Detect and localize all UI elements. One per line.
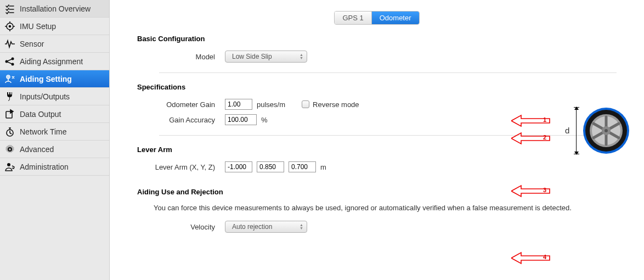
- chevron-updown-icon: ▲▼: [300, 53, 303, 60]
- wheel-diagram: d: [566, 107, 637, 162]
- svg-point-6: [8, 76, 9, 77]
- sidebar-item-label: Network Time: [20, 127, 67, 136]
- tab-odometer[interactable]: Odometer: [371, 12, 419, 24]
- lever-arm-unit: m: [320, 163, 326, 171]
- lever-arm-label: Lever Arm (X, Y, Z): [137, 163, 225, 171]
- gain-accuracy-input[interactable]: [225, 114, 257, 125]
- sidebar-item-label: Aiding Setting: [20, 75, 72, 83]
- reverse-mode-checkbox[interactable]: [302, 100, 309, 108]
- sidebar-item-label: Installation Overview: [20, 4, 91, 13]
- sidebar-item-label: Administration: [20, 163, 69, 171]
- model-select[interactable]: Low Side Slip ▲▼: [225, 51, 307, 63]
- gain-accuracy-label: Gain Accuracy: [137, 116, 225, 124]
- sidebar-item-network-time[interactable]: Network Time: [0, 123, 109, 141]
- velocity-select[interactable]: Auto rejection ▲▼: [225, 221, 307, 233]
- section-lever-title: Lever Arm: [137, 145, 628, 154]
- svg-point-4: [12, 63, 14, 65]
- wave-icon: [4, 38, 15, 49]
- section-aiding-title: Aiding Use and Rejection: [137, 188, 628, 196]
- wheel-icon: [583, 107, 630, 154]
- target-icon: [4, 21, 15, 32]
- svg-point-3: [12, 57, 14, 60]
- velocity-select-value: Auto rejection: [232, 223, 272, 231]
- checklist-icon: [4, 3, 15, 14]
- main-panel: GPS 1 Odometer Basic Configuration Model…: [110, 0, 644, 280]
- sidebar-item-label: Inputs/Outputs: [20, 92, 70, 101]
- aiding-description: You can force this device measurements t…: [154, 204, 628, 212]
- stopwatch-icon: [4, 126, 15, 137]
- model-select-value: Low Side Slip: [232, 53, 272, 60]
- tab-bar: GPS 1 Odometer: [121, 0, 633, 25]
- export-icon: [4, 109, 15, 120]
- section-basic-title: Basic Configuration: [137, 35, 628, 43]
- odometer-gain-unit: pulses/m: [257, 100, 285, 109]
- gain-accuracy-unit: %: [261, 116, 268, 124]
- chevron-updown-icon: ▲▼: [300, 223, 303, 230]
- lever-arm-x-input[interactable]: [225, 161, 252, 172]
- map-pin-icon: [4, 74, 15, 85]
- sidebar-item-label: IMU Setup: [20, 22, 56, 31]
- odometer-gain-label: Odometer Gain: [137, 100, 225, 109]
- tab-gps1[interactable]: GPS 1: [335, 12, 371, 24]
- sidebar-item-advanced[interactable]: Advanced: [0, 141, 109, 158]
- sidebar-item-label: Advanced: [20, 145, 54, 154]
- nodes-icon: [4, 56, 15, 67]
- model-label: Model: [137, 53, 225, 61]
- sidebar-item-installation-overview[interactable]: Installation Overview: [0, 0, 109, 18]
- lever-arm-z-input[interactable]: [289, 161, 316, 172]
- annotation-arrow-4: 4: [511, 251, 551, 265]
- sidebar: Installation Overview IMU Setup Sensor A…: [0, 0, 110, 280]
- sidebar-item-aiding-assignment[interactable]: Aiding Assignment: [0, 53, 109, 70]
- sidebar-item-label: Sensor: [20, 40, 44, 48]
- diameter-label: d: [565, 126, 569, 135]
- user-icon: [4, 161, 15, 172]
- plug-icon: [4, 91, 15, 102]
- sidebar-item-aiding-setting[interactable]: Aiding Setting: [0, 70, 109, 88]
- sidebar-item-data-output[interactable]: Data Output: [0, 105, 109, 123]
- diameter-bracket: [574, 107, 579, 154]
- lever-arm-y-input[interactable]: [257, 161, 284, 172]
- sidebar-item-label: Aiding Assignment: [20, 57, 83, 66]
- odometer-gain-input[interactable]: [225, 99, 252, 110]
- annotation-arrow-3: 3: [511, 184, 551, 198]
- divider: [159, 72, 617, 73]
- annotation-arrow-2: 2: [511, 132, 551, 145]
- sidebar-item-administration[interactable]: Administration: [0, 158, 109, 176]
- section-specs-title: Specifications: [137, 83, 628, 91]
- sidebar-item-imu-setup[interactable]: IMU Setup: [0, 18, 109, 35]
- sidebar-item-label: Data Output: [20, 110, 61, 119]
- sidebar-item-sensor[interactable]: Sensor: [0, 35, 109, 53]
- gear-icon: [4, 144, 15, 155]
- svg-point-21: [605, 129, 608, 132]
- svg-point-1: [9, 25, 11, 27]
- reverse-mode-label: Reverse mode: [313, 100, 359, 109]
- sidebar-item-inputs-outputs[interactable]: Inputs/Outputs: [0, 88, 109, 105]
- annotation-arrow-1: 1: [511, 114, 551, 127]
- svg-point-2: [5, 60, 8, 63]
- velocity-label: Velocity: [137, 223, 225, 231]
- svg-point-9: [7, 163, 10, 166]
